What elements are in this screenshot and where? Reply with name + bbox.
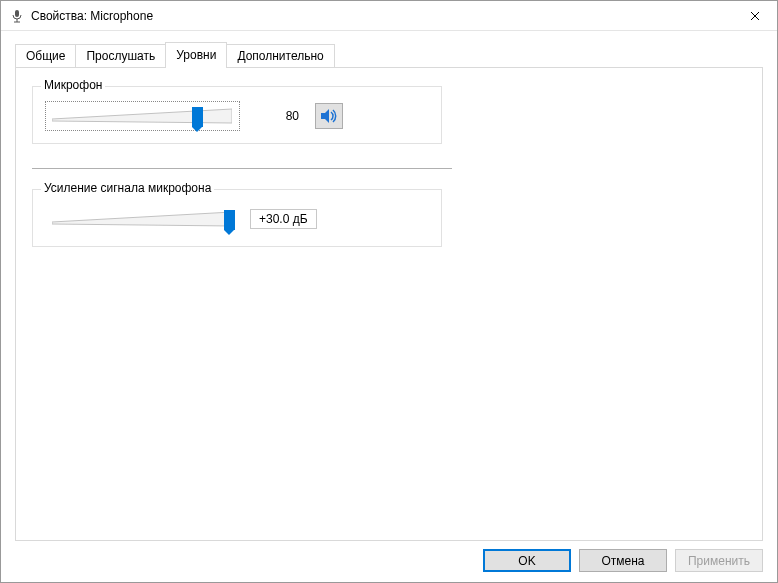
close-button[interactable] [732,1,777,30]
boost-slider[interactable] [45,204,240,234]
tab-levels[interactable]: Уровни [165,42,227,68]
mute-button[interactable] [315,103,343,129]
tab-advanced[interactable]: Дополнительно [226,44,334,68]
client-area: Общие Прослушать Уровни Дополнительно Ми… [1,31,777,541]
group-boost: Усиление сигнала микрофона +30.0 дБ [32,189,442,247]
tab-strip: Общие Прослушать Уровни Дополнительно [15,41,763,67]
group-microphone-label: Микрофон [41,78,105,92]
microphone-value: 80 [250,109,305,123]
apply-button[interactable]: Применить [675,549,763,572]
ok-button[interactable]: OK [483,549,571,572]
tab-panel-levels: Микрофон 80 [15,67,763,541]
boost-value: +30.0 дБ [250,209,317,229]
tab-listen[interactable]: Прослушать [75,44,166,68]
cancel-button[interactable]: Отмена [579,549,667,572]
microphone-icon [9,8,25,24]
group-boost-label: Усиление сигнала микрофона [41,181,214,195]
group-microphone: Микрофон 80 [32,86,442,144]
microphone-slider-thumb[interactable] [192,107,203,127]
tab-general[interactable]: Общие [15,44,76,68]
svg-marker-3 [52,109,232,123]
dialog-buttons: OK Отмена Применить [483,549,763,572]
svg-marker-4 [321,109,329,123]
window-title: Свойства: Microphone [31,9,732,23]
svg-rect-0 [15,10,19,17]
microphone-slider[interactable] [45,101,240,131]
titlebar: Свойства: Microphone [1,1,777,31]
boost-slider-thumb[interactable] [224,210,235,230]
separator [32,168,452,169]
svg-marker-5 [52,212,232,226]
speaker-icon [320,108,338,124]
